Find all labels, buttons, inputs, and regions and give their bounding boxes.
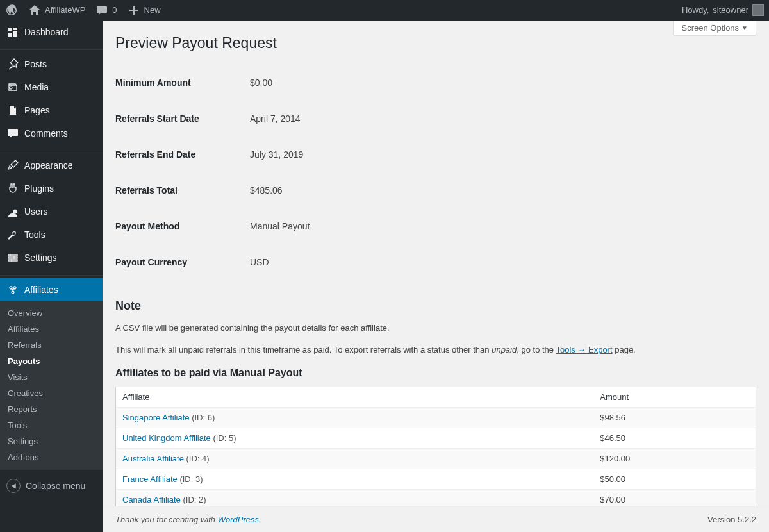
dashboard-icon (6, 26, 19, 38)
comment-icon (95, 4, 108, 17)
menu-label: Plugins (24, 183, 54, 194)
field-label: Referrals Total (115, 172, 250, 208)
field-label: Payout Method (115, 208, 250, 244)
field-value: $0.00 (250, 65, 756, 101)
menu-item-dashboard[interactable]: Dashboard (0, 21, 103, 44)
adminbar-wp-logo[interactable] (0, 0, 23, 21)
menu-item-pages[interactable]: Pages (0, 99, 103, 122)
brush-icon (6, 159, 19, 172)
submenu-item-affiliates[interactable]: Affiliates (0, 321, 103, 337)
collapse-menu-button[interactable]: ◀ Collapse menu (0, 469, 103, 502)
submenu-item-settings[interactable]: Settings (0, 433, 103, 449)
footer-wordpress-link[interactable]: WordPress (218, 515, 259, 524)
home-icon (28, 4, 41, 17)
note-line2b: , go to the (517, 345, 556, 354)
field-label: Referrals Start Date (115, 101, 250, 137)
affiliates-icon (6, 283, 19, 296)
chevron-down-icon: ▼ (741, 24, 748, 31)
affiliate-amount: $46.50 (593, 428, 756, 448)
table-row: Australia Affiliate (ID: 4)$120.00 (116, 448, 756, 469)
pages-icon (6, 104, 19, 117)
menu-item-tools[interactable]: Tools (0, 223, 103, 246)
affiliate-link[interactable]: Canada Affiliate (122, 495, 181, 504)
menu-label: Comments (24, 128, 68, 138)
field-value: Manual Payout (250, 208, 756, 244)
footer-version: Version 5.2.2 (707, 515, 756, 524)
column-header-amount[interactable]: Amount (593, 387, 756, 407)
field-value: April 7, 2014 (250, 101, 756, 137)
avatar (752, 4, 764, 16)
affiliate-link[interactable]: Australia Affiliate (122, 454, 184, 463)
wrench-icon (6, 228, 19, 241)
affiliates-heading: Affiliates to be paid via Manual Payout (115, 367, 756, 379)
field-value: $485.06 (250, 172, 756, 208)
admin-footer: Thank you for creating with WordPress. V… (103, 506, 769, 532)
submenu-item-referrals[interactable]: Referrals (0, 337, 103, 353)
table-row: Singapore Affiliate (ID: 6)$98.56 (116, 407, 756, 428)
affiliate-id: (ID: 2) (181, 495, 206, 504)
note-line1: A CSV file will be generated containing … (115, 322, 756, 335)
note-block: A CSV file will be generated containing … (115, 322, 756, 356)
plus-icon (128, 4, 140, 17)
payout-summary-table: Minimum Amount$0.00Referrals Start DateA… (115, 65, 756, 280)
menu-item-users[interactable]: Users (0, 200, 103, 223)
menu-item-appearance[interactable]: Appearance (0, 154, 103, 177)
submenu-item-visits[interactable]: Visits (0, 369, 103, 385)
affiliate-amount: $50.00 (593, 469, 756, 489)
user-icon (6, 205, 19, 218)
note-heading: Note (115, 299, 756, 313)
field-label: Minimum Amount (115, 65, 250, 101)
adminbar-comments[interactable]: 0 (90, 0, 122, 21)
field-value: USD (250, 244, 756, 280)
table-row: France Affiliate (ID: 3)$50.00 (116, 469, 756, 489)
footer-thanks-a: Thank you for creating with (115, 515, 218, 524)
plug-icon (6, 182, 19, 195)
collapse-menu-label: Collapse menu (26, 475, 85, 497)
tools-export-link[interactable]: Tools → Export (556, 345, 612, 354)
menu-label: Tools (24, 229, 45, 240)
adminbar-site-name-text: AffiliateWP (45, 0, 85, 21)
adminbar-new-content[interactable]: New (122, 0, 166, 21)
menu-item-posts[interactable]: Posts (0, 53, 103, 76)
affiliate-id: (ID: 6) (190, 413, 215, 422)
pin-icon (6, 58, 19, 71)
submenu-item-reports[interactable]: Reports (0, 401, 103, 417)
column-header-affiliate[interactable]: Affiliate (116, 387, 593, 407)
menu-label: Media (24, 82, 49, 92)
adminbar-howdy-prefix: Howdy, (682, 0, 709, 21)
note-line2a: This will mark all unpaid referrals in t… (115, 345, 492, 354)
adminbar-username: siteowner (713, 0, 748, 21)
submenu-item-payouts[interactable]: Payouts (0, 353, 103, 369)
menu-item-media[interactable]: Media (0, 76, 103, 99)
adminbar-account[interactable]: Howdy, siteowner (677, 0, 769, 21)
submenu-item-tools[interactable]: Tools (0, 417, 103, 433)
adminbar-comments-count: 0 (112, 0, 117, 21)
affiliate-amount: $120.00 (593, 448, 756, 469)
affiliate-link[interactable]: Singapore Affiliate (122, 413, 190, 422)
affiliate-id: (ID: 4) (184, 454, 210, 463)
affiliate-link[interactable]: United Kingdom Affiliate (122, 433, 211, 443)
submenu-affiliates: OverviewAffiliatesReferralsPayoutsVisits… (0, 301, 103, 469)
field-label: Payout Currency (115, 244, 250, 280)
screen-options-toggle[interactable]: Screen Options ▼ (673, 21, 756, 36)
admin-sidebar: DashboardPostsMediaPagesCommentsAppearan… (0, 21, 103, 532)
footer-thanks-b: . (259, 515, 261, 524)
note-line2-em: unpaid (492, 345, 517, 354)
menu-item-affiliates[interactable]: Affiliates (0, 278, 103, 301)
submenu-item-creatives[interactable]: Creatives (0, 385, 103, 401)
adminbar-site-name[interactable]: AffiliateWP (23, 0, 90, 21)
submenu-item-addons[interactable]: Add-ons (0, 449, 103, 465)
menu-item-settings[interactable]: Settings (0, 246, 103, 269)
menu-label: Dashboard (24, 27, 69, 37)
menu-item-plugins[interactable]: Plugins (0, 177, 103, 200)
affiliate-link[interactable]: France Affiliate (122, 474, 178, 484)
menu-item-comments[interactable]: Comments (0, 122, 103, 145)
menu-label: Users (24, 206, 48, 217)
media-icon (6, 81, 19, 94)
menu-label: Settings (24, 253, 57, 263)
menu-label: Pages (24, 105, 50, 115)
note-line2: This will mark all unpaid referrals in t… (115, 344, 756, 356)
submenu-item-overview[interactable]: Overview (0, 305, 103, 321)
wordpress-logo-icon (5, 4, 18, 17)
affiliate-amount: $98.56 (593, 407, 756, 428)
